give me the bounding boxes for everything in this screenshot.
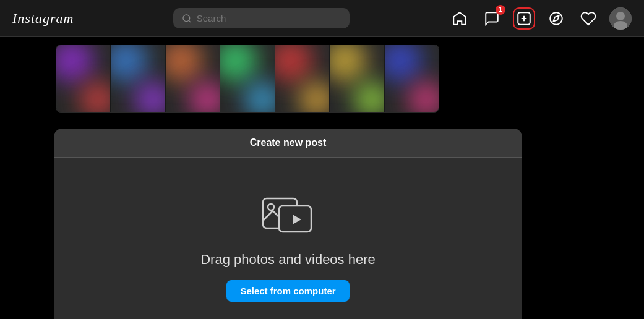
- story-item[interactable]: [275, 45, 330, 112]
- messenger-button[interactable]: 1: [481, 7, 503, 30]
- svg-point-8: [616, 12, 625, 20]
- heart-icon: [580, 11, 596, 27]
- search-icon: [182, 14, 192, 23]
- svg-point-11: [268, 204, 274, 210]
- story-item[interactable]: [166, 45, 220, 112]
- top-nav: Instagram 1: [0, 0, 644, 37]
- main-content: Create new post Drag photos and videos h…: [0, 37, 644, 113]
- create-button[interactable]: [513, 7, 535, 30]
- stories-row: [56, 45, 439, 113]
- svg-line-1: [189, 20, 191, 22]
- story-item[interactable]: [385, 45, 439, 112]
- story-item[interactable]: [330, 45, 384, 112]
- avatar-icon: [609, 7, 632, 30]
- logo: Instagram: [12, 11, 74, 27]
- story-item[interactable]: [111, 45, 165, 112]
- drag-text: Drag photos and videos here: [200, 252, 376, 268]
- search-input[interactable]: [197, 13, 341, 23]
- explore-icon: [548, 11, 564, 27]
- upload-icon: [260, 190, 316, 239]
- modal-title: Create new post: [54, 129, 522, 158]
- select-from-computer-button[interactable]: Select from computer: [226, 280, 349, 302]
- home-button[interactable]: [449, 7, 471, 30]
- create-icon: [516, 11, 532, 27]
- home-icon: [452, 11, 468, 27]
- explore-button[interactable]: [545, 7, 567, 30]
- modal-body: Drag photos and videos here Select from …: [54, 158, 522, 319]
- story-item[interactable]: [220, 45, 275, 112]
- search-bar[interactable]: [173, 8, 350, 28]
- svg-point-0: [183, 15, 190, 22]
- profile-avatar[interactable]: [609, 7, 632, 30]
- story-item[interactable]: [56, 45, 111, 112]
- svg-marker-6: [553, 15, 559, 21]
- nav-icons: 1: [449, 7, 632, 30]
- messenger-badge: 1: [496, 5, 505, 15]
- create-post-modal: Create new post Drag photos and videos h…: [54, 129, 522, 319]
- reels-button[interactable]: [577, 7, 599, 30]
- svg-point-5: [550, 12, 562, 25]
